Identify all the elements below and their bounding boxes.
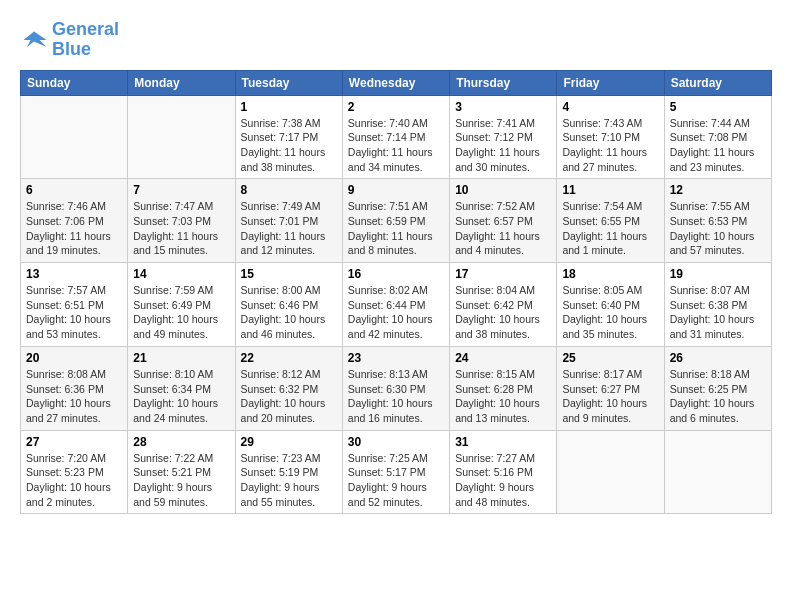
calendar-cell: 18Sunrise: 8:05 AM Sunset: 6:40 PM Dayli… <box>557 263 664 347</box>
day-info: Sunrise: 7:23 AM Sunset: 5:19 PM Dayligh… <box>241 451 337 510</box>
page-header: General Blue <box>20 20 772 60</box>
calendar-cell: 29Sunrise: 7:23 AM Sunset: 5:19 PM Dayli… <box>235 430 342 514</box>
weekday-header-row: SundayMondayTuesdayWednesdayThursdayFrid… <box>21 70 772 95</box>
day-number: 1 <box>241 100 337 114</box>
day-info: Sunrise: 8:17 AM Sunset: 6:27 PM Dayligh… <box>562 367 658 426</box>
day-info: Sunrise: 7:22 AM Sunset: 5:21 PM Dayligh… <box>133 451 229 510</box>
day-number: 2 <box>348 100 444 114</box>
day-number: 23 <box>348 351 444 365</box>
day-number: 18 <box>562 267 658 281</box>
day-number: 9 <box>348 183 444 197</box>
day-number: 22 <box>241 351 337 365</box>
day-number: 21 <box>133 351 229 365</box>
weekday-header-monday: Monday <box>128 70 235 95</box>
calendar-cell: 10Sunrise: 7:52 AM Sunset: 6:57 PM Dayli… <box>450 179 557 263</box>
day-info: Sunrise: 7:52 AM Sunset: 6:57 PM Dayligh… <box>455 199 551 258</box>
day-number: 8 <box>241 183 337 197</box>
day-info: Sunrise: 7:57 AM Sunset: 6:51 PM Dayligh… <box>26 283 122 342</box>
day-info: Sunrise: 7:38 AM Sunset: 7:17 PM Dayligh… <box>241 116 337 175</box>
day-number: 27 <box>26 435 122 449</box>
day-number: 14 <box>133 267 229 281</box>
calendar-table: SundayMondayTuesdayWednesdayThursdayFrid… <box>20 70 772 515</box>
day-info: Sunrise: 7:55 AM Sunset: 6:53 PM Dayligh… <box>670 199 766 258</box>
calendar-cell <box>557 430 664 514</box>
day-info: Sunrise: 7:47 AM Sunset: 7:03 PM Dayligh… <box>133 199 229 258</box>
day-info: Sunrise: 7:51 AM Sunset: 6:59 PM Dayligh… <box>348 199 444 258</box>
calendar-cell: 13Sunrise: 7:57 AM Sunset: 6:51 PM Dayli… <box>21 263 128 347</box>
day-number: 26 <box>670 351 766 365</box>
calendar-cell <box>21 95 128 179</box>
day-info: Sunrise: 7:46 AM Sunset: 7:06 PM Dayligh… <box>26 199 122 258</box>
day-info: Sunrise: 8:08 AM Sunset: 6:36 PM Dayligh… <box>26 367 122 426</box>
day-number: 20 <box>26 351 122 365</box>
calendar-cell: 7Sunrise: 7:47 AM Sunset: 7:03 PM Daylig… <box>128 179 235 263</box>
day-info: Sunrise: 7:20 AM Sunset: 5:23 PM Dayligh… <box>26 451 122 510</box>
day-info: Sunrise: 8:12 AM Sunset: 6:32 PM Dayligh… <box>241 367 337 426</box>
weekday-header-tuesday: Tuesday <box>235 70 342 95</box>
calendar-cell: 24Sunrise: 8:15 AM Sunset: 6:28 PM Dayli… <box>450 346 557 430</box>
day-info: Sunrise: 8:15 AM Sunset: 6:28 PM Dayligh… <box>455 367 551 426</box>
day-info: Sunrise: 7:43 AM Sunset: 7:10 PM Dayligh… <box>562 116 658 175</box>
calendar-cell: 19Sunrise: 8:07 AM Sunset: 6:38 PM Dayli… <box>664 263 771 347</box>
calendar-cell: 4Sunrise: 7:43 AM Sunset: 7:10 PM Daylig… <box>557 95 664 179</box>
day-info: Sunrise: 8:05 AM Sunset: 6:40 PM Dayligh… <box>562 283 658 342</box>
calendar-cell: 26Sunrise: 8:18 AM Sunset: 6:25 PM Dayli… <box>664 346 771 430</box>
calendar-cell: 6Sunrise: 7:46 AM Sunset: 7:06 PM Daylig… <box>21 179 128 263</box>
day-number: 3 <box>455 100 551 114</box>
logo: General Blue <box>20 20 119 60</box>
day-number: 24 <box>455 351 551 365</box>
day-number: 19 <box>670 267 766 281</box>
weekday-header-friday: Friday <box>557 70 664 95</box>
day-number: 4 <box>562 100 658 114</box>
day-info: Sunrise: 7:27 AM Sunset: 5:16 PM Dayligh… <box>455 451 551 510</box>
calendar-cell: 21Sunrise: 8:10 AM Sunset: 6:34 PM Dayli… <box>128 346 235 430</box>
weekday-header-thursday: Thursday <box>450 70 557 95</box>
calendar-cell <box>664 430 771 514</box>
svg-marker-0 <box>24 31 47 46</box>
day-number: 16 <box>348 267 444 281</box>
day-number: 12 <box>670 183 766 197</box>
calendar-cell: 2Sunrise: 7:40 AM Sunset: 7:14 PM Daylig… <box>342 95 449 179</box>
logo-text: General Blue <box>52 20 119 60</box>
calendar-cell: 5Sunrise: 7:44 AM Sunset: 7:08 PM Daylig… <box>664 95 771 179</box>
day-info: Sunrise: 8:02 AM Sunset: 6:44 PM Dayligh… <box>348 283 444 342</box>
day-number: 6 <box>26 183 122 197</box>
weekday-header-saturday: Saturday <box>664 70 771 95</box>
logo-icon <box>20 26 48 54</box>
calendar-cell: 12Sunrise: 7:55 AM Sunset: 6:53 PM Dayli… <box>664 179 771 263</box>
calendar-cell: 3Sunrise: 7:41 AM Sunset: 7:12 PM Daylig… <box>450 95 557 179</box>
calendar-cell: 8Sunrise: 7:49 AM Sunset: 7:01 PM Daylig… <box>235 179 342 263</box>
calendar-cell: 9Sunrise: 7:51 AM Sunset: 6:59 PM Daylig… <box>342 179 449 263</box>
calendar-cell <box>128 95 235 179</box>
weekday-header-wednesday: Wednesday <box>342 70 449 95</box>
calendar-cell: 27Sunrise: 7:20 AM Sunset: 5:23 PM Dayli… <box>21 430 128 514</box>
calendar-cell: 15Sunrise: 8:00 AM Sunset: 6:46 PM Dayli… <box>235 263 342 347</box>
day-info: Sunrise: 8:13 AM Sunset: 6:30 PM Dayligh… <box>348 367 444 426</box>
day-number: 13 <box>26 267 122 281</box>
weekday-header-sunday: Sunday <box>21 70 128 95</box>
calendar-cell: 23Sunrise: 8:13 AM Sunset: 6:30 PM Dayli… <box>342 346 449 430</box>
calendar-cell: 20Sunrise: 8:08 AM Sunset: 6:36 PM Dayli… <box>21 346 128 430</box>
calendar-cell: 17Sunrise: 8:04 AM Sunset: 6:42 PM Dayli… <box>450 263 557 347</box>
day-number: 31 <box>455 435 551 449</box>
calendar-cell: 11Sunrise: 7:54 AM Sunset: 6:55 PM Dayli… <box>557 179 664 263</box>
day-info: Sunrise: 7:40 AM Sunset: 7:14 PM Dayligh… <box>348 116 444 175</box>
calendar-cell: 1Sunrise: 7:38 AM Sunset: 7:17 PM Daylig… <box>235 95 342 179</box>
day-number: 30 <box>348 435 444 449</box>
day-number: 7 <box>133 183 229 197</box>
day-number: 25 <box>562 351 658 365</box>
day-number: 5 <box>670 100 766 114</box>
calendar-cell: 25Sunrise: 8:17 AM Sunset: 6:27 PM Dayli… <box>557 346 664 430</box>
day-number: 28 <box>133 435 229 449</box>
day-info: Sunrise: 7:54 AM Sunset: 6:55 PM Dayligh… <box>562 199 658 258</box>
day-info: Sunrise: 8:18 AM Sunset: 6:25 PM Dayligh… <box>670 367 766 426</box>
calendar-cell: 14Sunrise: 7:59 AM Sunset: 6:49 PM Dayli… <box>128 263 235 347</box>
calendar-cell: 28Sunrise: 7:22 AM Sunset: 5:21 PM Dayli… <box>128 430 235 514</box>
day-info: Sunrise: 8:07 AM Sunset: 6:38 PM Dayligh… <box>670 283 766 342</box>
day-info: Sunrise: 7:49 AM Sunset: 7:01 PM Dayligh… <box>241 199 337 258</box>
calendar-cell: 31Sunrise: 7:27 AM Sunset: 5:16 PM Dayli… <box>450 430 557 514</box>
day-info: Sunrise: 7:44 AM Sunset: 7:08 PM Dayligh… <box>670 116 766 175</box>
day-info: Sunrise: 7:25 AM Sunset: 5:17 PM Dayligh… <box>348 451 444 510</box>
day-info: Sunrise: 7:59 AM Sunset: 6:49 PM Dayligh… <box>133 283 229 342</box>
day-number: 10 <box>455 183 551 197</box>
